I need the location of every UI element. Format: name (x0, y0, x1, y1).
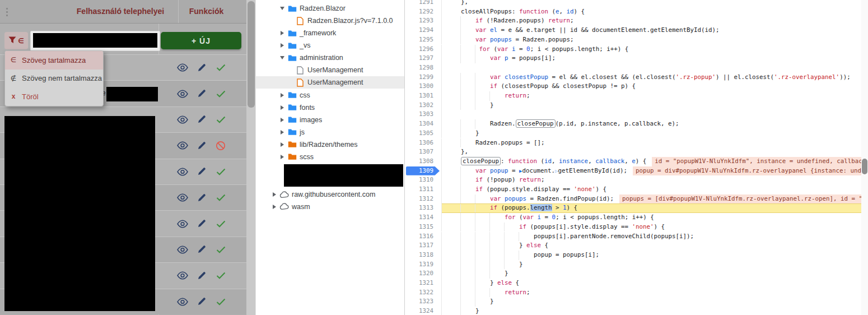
view-eye-icon[interactable] (176, 63, 189, 72)
line-number[interactable]: 1311 (405, 185, 442, 194)
edit-pencil-icon[interactable] (195, 167, 208, 176)
line-number[interactable]: 1310 (405, 175, 442, 185)
code-line-1292[interactable]: 1292 closeAllPopups: function (e, id) { (405, 7, 861, 17)
code-line-1321[interactable]: 1321 } else { (405, 279, 861, 288)
line-number[interactable]: 1316 (405, 232, 442, 242)
filter-operator-button[interactable]: ∈ (4, 32, 28, 49)
code-line-1322[interactable]: 1322 return; (405, 288, 861, 298)
chevron-right-icon[interactable] (270, 192, 278, 197)
tree-item-scss[interactable]: scss (256, 151, 404, 163)
line-number[interactable]: 1295 (405, 35, 442, 45)
app-scrollbar[interactable] (246, 0, 255, 315)
check-icon[interactable] (214, 90, 227, 98)
chevron-right-icon[interactable] (278, 31, 286, 35)
line-number[interactable]: 1307 (405, 147, 442, 157)
code-line-1317[interactable]: 1317 } else { (405, 241, 861, 251)
filter-menu-item[interactable]: ∈Szöveg tartalmazza (5, 51, 103, 70)
tree-item-raw-githubusercontent-com[interactable]: raw.githubusercontent.com (256, 188, 404, 201)
line-number[interactable]: 1296 (405, 45, 442, 54)
code-line-1306[interactable]: 1306 Radzen.popups = []; (405, 138, 861, 148)
filter-menu-item[interactable]: xTöröl (5, 87, 103, 106)
editor-scrollbar[interactable] (861, 0, 868, 315)
line-number[interactable]: 1302 (405, 101, 442, 110)
line-number[interactable]: 1324 (405, 307, 442, 315)
check-icon[interactable] (214, 298, 227, 305)
kebab-menu-icon[interactable] (6, 8, 8, 17)
code-line-1304[interactable]: 1304 Radzen.closePopup(p.id, p.instance,… (405, 119, 861, 129)
chevron-right-icon[interactable] (278, 105, 286, 110)
line-number[interactable]: 1322 (405, 288, 442, 298)
view-eye-icon[interactable] (176, 141, 189, 150)
view-eye-icon[interactable] (176, 193, 189, 202)
tree-item-images[interactable]: images (256, 114, 404, 126)
line-number[interactable]: 1308 (405, 157, 442, 166)
edit-pencil-icon[interactable] (195, 219, 208, 228)
line-number[interactable]: 1318 (405, 251, 442, 260)
chevron-right-icon[interactable] (278, 43, 286, 48)
code-line-1314[interactable]: 1314 for (var i = 0; i < popups.length; … (405, 213, 861, 223)
code-line-1300[interactable]: 1300 if (closestPopup && closestPopup !=… (405, 82, 861, 91)
chevron-right-icon[interactable] (278, 130, 286, 135)
code-line-1323[interactable]: 1323 } (405, 297, 861, 307)
code-line-1301[interactable]: 1301 return; (405, 91, 861, 101)
code-line-1318[interactable]: 1318 popup = popups[i]; (405, 251, 861, 260)
line-number[interactable]: 1321 (405, 279, 442, 288)
tree-item-radzen-blazor-js-v-7-1-0-0[interactable]: Radzen.Blazor.js?v=7.1.0.0 (256, 15, 404, 27)
code-line-1295[interactable]: 1295 var popups = Radzen.popups; (405, 35, 861, 45)
view-eye-icon[interactable] (176, 220, 189, 228)
view-eye-icon[interactable] (176, 115, 189, 124)
tree-item--vs[interactable]: _vs (256, 39, 404, 52)
new-button[interactable]: + ÚJ (161, 32, 241, 49)
code-line-1319[interactable]: 1319 } (405, 260, 861, 270)
line-number[interactable]: 1319 (405, 260, 442, 270)
check-icon[interactable] (214, 116, 227, 123)
tree-item-usermanagement[interactable]: UserManagement (256, 76, 404, 89)
tree-item-wasm[interactable]: wasm (256, 201, 404, 213)
line-number[interactable]: 1315 (405, 223, 442, 232)
view-eye-icon[interactable] (176, 90, 189, 98)
tree-item--framework[interactable]: _framework (256, 27, 404, 39)
edit-pencil-icon[interactable] (195, 141, 208, 150)
code-line-1324[interactable]: 1324 } (405, 307, 861, 315)
filter-text-input[interactable] (30, 31, 160, 51)
line-number[interactable]: 1297 (405, 54, 442, 63)
chevron-down-icon[interactable] (278, 56, 286, 59)
edit-pencil-icon[interactable] (195, 245, 208, 254)
code-line-1302[interactable]: 1302 } (405, 101, 861, 110)
code-line-1305[interactable]: 1305 } (405, 129, 861, 138)
line-number[interactable]: 1299 (405, 73, 442, 82)
edit-pencil-icon[interactable] (195, 115, 208, 124)
tree-item-lib-radzen-themes[interactable]: lib/Radzen/themes (256, 138, 404, 151)
tree-item-fonts[interactable]: fonts (256, 101, 404, 114)
check-icon[interactable] (214, 246, 227, 253)
code-line-1315[interactable]: 1315 if (popups[i].style.display == 'non… (405, 223, 861, 232)
line-number[interactable]: 1304 (405, 119, 442, 129)
code-line-1294[interactable]: 1294 var el = e && e.target || id && doc… (405, 26, 861, 35)
edit-pencil-icon[interactable] (195, 193, 208, 202)
line-number[interactable]: 1291 (405, 0, 442, 7)
line-number[interactable]: 1305 (405, 129, 442, 138)
line-number[interactable]: 1294 (405, 26, 442, 35)
chevron-right-icon[interactable] (270, 205, 278, 209)
code-line-1303[interactable]: 1303 (405, 110, 861, 119)
app-scrollbar-thumb[interactable] (248, 1, 255, 108)
line-number[interactable]: 1317 (405, 241, 442, 251)
code-line-1313[interactable]: 1313 if (popups.length > 1) { (405, 203, 861, 213)
check-icon[interactable] (214, 168, 227, 175)
code-line-1299[interactable]: 1299 var closestPopup = el && el.closest… (405, 73, 861, 82)
line-number[interactable]: 1292 (405, 7, 442, 17)
check-icon[interactable] (214, 194, 227, 201)
code-line-1308[interactable]: 1308 closePopup: function (id, instance,… (405, 157, 861, 166)
chevron-right-icon[interactable] (278, 93, 286, 98)
code-line-1309[interactable]: 1309 var popup = ▶document.▷getElementBy… (405, 166, 861, 176)
chevron-right-icon[interactable] (278, 118, 286, 122)
code-line-1311[interactable]: 1311 if (popup.style.display == 'none') … (405, 185, 861, 194)
editor-scrollbar-thumb[interactable] (862, 159, 867, 174)
line-number[interactable]: 1309 (405, 166, 442, 176)
line-number[interactable]: 1312 (405, 194, 442, 204)
chevron-right-icon[interactable] (278, 155, 286, 159)
line-number[interactable]: 1320 (405, 269, 442, 279)
tree-item-css[interactable]: css (256, 89, 404, 101)
chevron-down-icon[interactable] (278, 7, 286, 10)
code-line-1312[interactable]: 1312 var popups = Radzen.findPopup(id);p… (405, 194, 861, 204)
